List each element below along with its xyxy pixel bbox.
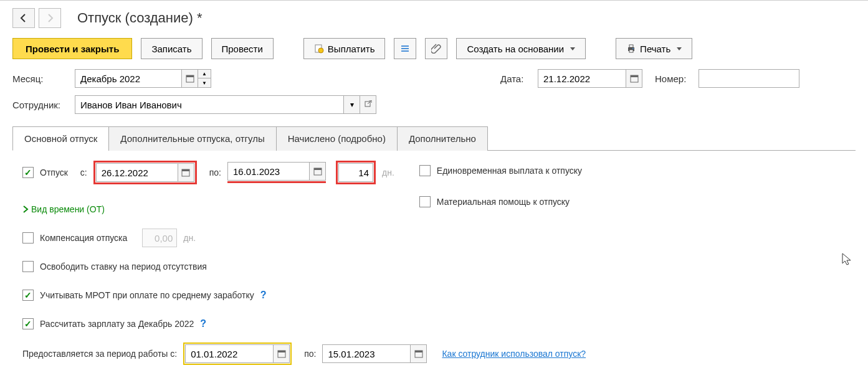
period-to-input[interactable] bbox=[323, 345, 410, 362]
date-input[interactable] bbox=[538, 70, 626, 87]
save-button[interactable]: Записать bbox=[141, 38, 202, 59]
vacation-label: Отпуск bbox=[40, 168, 68, 177]
tab-additional[interactable]: Дополнительно bbox=[397, 126, 488, 151]
list-button[interactable] bbox=[394, 38, 416, 59]
calendar-button[interactable] bbox=[178, 164, 194, 181]
compensation-unit: дн. bbox=[183, 233, 196, 243]
dropdown-button[interactable]: ▾ bbox=[343, 96, 360, 113]
employee-field[interactable]: ▾ bbox=[75, 95, 376, 114]
chevron-down-icon bbox=[570, 47, 575, 50]
calendar-icon bbox=[630, 74, 639, 83]
period-label: Предоставляется за период работы с: bbox=[22, 349, 177, 359]
compensation-days-input bbox=[142, 229, 177, 247]
page-title: Отпуск (создание) * bbox=[77, 10, 203, 26]
svg-rect-17 bbox=[314, 168, 322, 170]
back-button[interactable] bbox=[12, 8, 35, 28]
material-help-checkbox[interactable] bbox=[419, 196, 431, 207]
number-field[interactable] bbox=[699, 69, 799, 88]
calendar-button[interactable] bbox=[626, 70, 642, 87]
month-down-button[interactable]: ▼ bbox=[198, 78, 211, 87]
date-label: Дата: bbox=[500, 73, 532, 84]
period-from-input[interactable] bbox=[186, 345, 273, 362]
employee-input[interactable] bbox=[75, 96, 343, 113]
print-button[interactable]: Печать bbox=[616, 38, 692, 59]
post-button[interactable]: Провести bbox=[211, 38, 274, 59]
open-icon bbox=[364, 100, 373, 109]
svg-rect-19 bbox=[278, 351, 285, 352]
release-rate-checkbox[interactable] bbox=[22, 261, 34, 272]
month-field[interactable]: ▲ ▼ bbox=[75, 69, 211, 88]
calendar-icon bbox=[414, 349, 423, 358]
lump-sum-checkbox[interactable] bbox=[419, 165, 431, 176]
tab-bar: Основной отпуск Дополнительные отпуска, … bbox=[12, 126, 856, 151]
period-from-field[interactable] bbox=[185, 344, 290, 363]
date-field[interactable] bbox=[538, 69, 642, 88]
tab-additional-vacations[interactable]: Дополнительные отпуска, отгулы bbox=[108, 126, 276, 151]
arrow-right-icon bbox=[45, 13, 55, 23]
month-up-button[interactable]: ▲ bbox=[198, 70, 211, 78]
compensation-checkbox[interactable] bbox=[22, 232, 34, 243]
help-icon[interactable]: ? bbox=[200, 318, 206, 329]
calendar-button[interactable] bbox=[181, 70, 198, 87]
paperclip-icon bbox=[431, 44, 441, 54]
list-icon bbox=[400, 44, 410, 54]
vacation-to-input[interactable] bbox=[228, 163, 309, 180]
calendar-button[interactable] bbox=[273, 345, 289, 362]
material-help-label: Материальная помощь к отпуску bbox=[437, 197, 570, 207]
calc-salary-checkbox[interactable] bbox=[22, 318, 34, 329]
printer-icon bbox=[626, 44, 636, 54]
svg-rect-10 bbox=[186, 75, 194, 77]
calendar-icon bbox=[313, 167, 322, 176]
account-mrot-label: Учитывать МРОТ при оплате по среднему за… bbox=[40, 290, 254, 300]
tab-main-vacation[interactable]: Основной отпуск bbox=[12, 126, 109, 151]
employee-label: Сотрудник: bbox=[12, 100, 69, 110]
period-to-label: по: bbox=[304, 349, 316, 359]
coins-icon bbox=[314, 44, 324, 54]
time-kind-link[interactable]: Вид времени (ОТ) bbox=[22, 204, 105, 214]
calc-salary-label: Рассчитать зарплату за Декабрь 2022 bbox=[40, 319, 194, 329]
compensation-label: Компенсация отпуска bbox=[40, 233, 127, 243]
svg-rect-3 bbox=[401, 48, 409, 49]
svg-rect-15 bbox=[182, 169, 189, 171]
vacation-from-input[interactable] bbox=[97, 164, 178, 181]
account-mrot-checkbox[interactable] bbox=[22, 290, 34, 301]
svg-rect-2 bbox=[401, 45, 409, 47]
create-on-basis-button[interactable]: Создать на основании bbox=[456, 38, 586, 59]
chevron-right-icon bbox=[22, 205, 29, 214]
tab-accrued-detail[interactable]: Начислено (подробно) bbox=[276, 126, 398, 151]
from-label: с: bbox=[80, 168, 87, 177]
svg-point-1 bbox=[318, 48, 323, 53]
number-input[interactable] bbox=[699, 70, 799, 87]
days-input[interactable] bbox=[338, 163, 373, 182]
vacation-to-field[interactable] bbox=[227, 162, 326, 181]
lump-sum-label: Единовременная выплата к отпуску bbox=[437, 166, 582, 176]
calendar-icon bbox=[181, 168, 190, 177]
arrow-left-icon bbox=[19, 13, 29, 23]
help-icon[interactable]: ? bbox=[260, 290, 267, 301]
release-rate-label: Освободить ставку на период отсутствия bbox=[40, 262, 207, 272]
svg-rect-4 bbox=[401, 50, 409, 52]
post-and-close-button[interactable]: Провести и закрыть bbox=[12, 38, 132, 59]
calendar-icon bbox=[186, 74, 194, 83]
vacation-from-field[interactable] bbox=[96, 163, 194, 182]
svg-rect-7 bbox=[629, 50, 633, 52]
forward-button bbox=[39, 8, 61, 28]
vacation-checkbox[interactable] bbox=[22, 167, 34, 178]
calendar-icon bbox=[277, 349, 286, 358]
vacation-usage-link[interactable]: Как сотрудник использовал отпуск? bbox=[442, 349, 586, 359]
to-label: по: bbox=[209, 168, 221, 177]
open-button[interactable] bbox=[360, 96, 376, 113]
svg-rect-6 bbox=[629, 45, 633, 47]
chevron-down-icon bbox=[677, 47, 682, 50]
calendar-button[interactable] bbox=[410, 345, 426, 362]
svg-rect-21 bbox=[415, 351, 422, 352]
calendar-button[interactable] bbox=[309, 163, 325, 180]
pay-button[interactable]: Выплатить bbox=[303, 38, 386, 59]
svg-rect-12 bbox=[631, 75, 638, 77]
month-input[interactable] bbox=[75, 70, 181, 87]
number-label: Номер: bbox=[655, 73, 692, 84]
days-unit: дн. bbox=[382, 168, 394, 177]
period-to-field[interactable] bbox=[322, 344, 427, 363]
svg-point-8 bbox=[632, 48, 634, 49]
attach-button[interactable] bbox=[425, 38, 447, 59]
